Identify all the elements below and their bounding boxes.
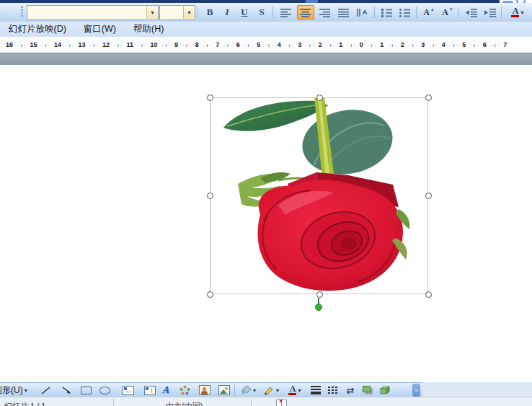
chevron-down-icon[interactable]: ▾ (276, 387, 279, 394)
ruler-tick: · ı · (306, 42, 314, 48)
text-shadow-button[interactable]: S (253, 5, 270, 19)
align-right-button[interactable] (316, 5, 334, 19)
shadow-style-button[interactable] (360, 384, 376, 397)
ruler-tick: · ı · (285, 42, 293, 48)
separator (458, 6, 459, 18)
toolbar-options-button[interactable]: » (412, 384, 420, 397)
oval-tool-button[interactable] (96, 384, 113, 397)
arrow-style-button[interactable]: ⇄ (342, 384, 358, 397)
increase-font-size-button[interactable]: A ▲ (420, 5, 438, 19)
vertical-text-box-button[interactable] (141, 384, 159, 397)
arrow-style-icon: ⇄ (347, 385, 355, 396)
autoshapes-menu-button[interactable]: 自选图形(U) ▾ (0, 384, 27, 397)
toolbar-grip-handle[interactable] (21, 6, 23, 17)
ruler-tick: · ı · (470, 42, 479, 48)
decrease-font-size-button[interactable]: A ▼ (439, 5, 456, 19)
ruler-number: 6 (483, 41, 487, 48)
menu-help[interactable]: 帮助(H) (125, 22, 172, 37)
line-style-button[interactable] (308, 384, 324, 397)
rectangle-tool-button[interactable] (77, 384, 94, 397)
ruler-tick: · ı · (41, 42, 50, 48)
letter-a-icon: A (442, 9, 448, 16)
line-color-button[interactable]: ▾ (261, 384, 281, 397)
font-color-button-draw[interactable]: A ▾ (285, 384, 305, 397)
fill-color-button[interactable]: ▾ (238, 384, 258, 397)
align-left-icon (280, 8, 292, 17)
arrow-tool-button[interactable] (58, 384, 75, 397)
insert-diagram-button[interactable] (176, 384, 193, 397)
bullet-list-icon (399, 8, 411, 17)
slide-canvas[interactable] (0, 65, 532, 382)
ruler-number: 1 (339, 41, 342, 48)
3d-style-button[interactable] (376, 384, 392, 397)
underline-button[interactable]: U (236, 5, 253, 19)
separator (272, 6, 273, 18)
workspace-divider-strip (0, 53, 532, 65)
chevron-down-icon[interactable]: ▾ (520, 9, 523, 16)
ruler-number: 13 (79, 41, 86, 48)
chevron-down-icon[interactable]: ▾ (253, 387, 256, 394)
letter-a-icon: A (423, 9, 430, 16)
font-size-combo[interactable]: ▾ (159, 5, 195, 20)
distribute-justify-button[interactable] (335, 5, 353, 19)
font-color-button[interactable]: A ▾ (506, 5, 529, 19)
increase-indent-button[interactable] (482, 5, 499, 19)
insert-picture-button[interactable] (216, 384, 233, 397)
line-tool-button[interactable] (37, 384, 54, 397)
ruler-tick: · ı · (409, 42, 417, 48)
font-name-combo[interactable]: ▾ (27, 5, 159, 20)
chevron-down-icon[interactable]: ▾ (183, 6, 195, 19)
resize-handle-mid-right[interactable] (425, 193, 432, 199)
numbered-list-button[interactable] (378, 5, 396, 19)
chevron-down-icon[interactable]: ▾ (146, 6, 158, 19)
resize-handle-bottom-left[interactable] (207, 291, 213, 298)
ruler-number: 8 (195, 41, 199, 48)
ruler-tick: · ı · (114, 42, 123, 48)
align-center-button[interactable] (297, 5, 314, 19)
insert-wordart-button[interactable]: A (158, 384, 175, 397)
diagram-icon (179, 385, 190, 395)
arrow-icon (61, 386, 72, 395)
bullet-list-button[interactable] (396, 5, 414, 19)
separator (197, 6, 198, 18)
drawing-toolbar: 自选图形(U) ▾ (0, 382, 532, 397)
ruler-tick: · ı · (89, 42, 98, 48)
resize-handle-top-center[interactable] (316, 94, 323, 101)
decrease-indent-icon (466, 8, 477, 17)
menu-slideshow[interactable]: 幻灯片放映(D) (0, 22, 75, 37)
ruler-number: 7 (216, 41, 219, 48)
align-left-button[interactable] (278, 5, 295, 19)
letter-a-icon: A (513, 7, 519, 14)
font-color-swatch (511, 15, 519, 17)
caret-down-icon: ▼ (449, 7, 453, 12)
resize-handle-bottom-center[interactable] (316, 291, 323, 298)
dash-style-button[interactable] (325, 384, 341, 397)
ruler-tick: · ı · (244, 42, 252, 48)
resize-handle-top-right[interactable] (425, 94, 432, 101)
chevron-down-icon[interactable]: ▾ (298, 387, 301, 394)
resize-handle-bottom-right[interactable] (425, 291, 432, 298)
ruler-number: 3 (298, 41, 301, 48)
ruler-tick: · ı · (17, 42, 26, 48)
resize-handle-top-left[interactable] (207, 94, 213, 101)
ruler-number: 10 (151, 41, 158, 48)
caret-up-icon: ▲ (430, 7, 435, 12)
italic-button[interactable]: I (218, 5, 236, 19)
ruler-number: 4 (442, 41, 445, 48)
ruler-number: 2 (401, 41, 404, 48)
menu-window[interactable]: 窗口(W) (75, 22, 125, 37)
ruler-number: 11 (127, 41, 134, 48)
ruler-number: 3 (421, 41, 425, 48)
picture-icon (218, 385, 230, 395)
text-direction-button[interactable]: A (353, 5, 371, 19)
bold-button[interactable]: B (201, 5, 218, 19)
ruler-number: 0 (360, 41, 363, 48)
text-box-button[interactable] (120, 384, 137, 397)
decrease-indent-button[interactable] (463, 5, 480, 19)
powerpoint-window: ▾ ▾ B I U S (0, 0, 532, 406)
horizontal-ruler: 16· ı ·15· ı ·14· ı ·13· ı ·12· ı ·11· ı… (0, 37, 532, 53)
rotation-handle[interactable] (315, 304, 322, 311)
resize-handle-mid-left[interactable] (207, 193, 213, 199)
insert-clipart-button[interactable] (196, 384, 213, 397)
ruler-number: 6 (236, 41, 240, 48)
